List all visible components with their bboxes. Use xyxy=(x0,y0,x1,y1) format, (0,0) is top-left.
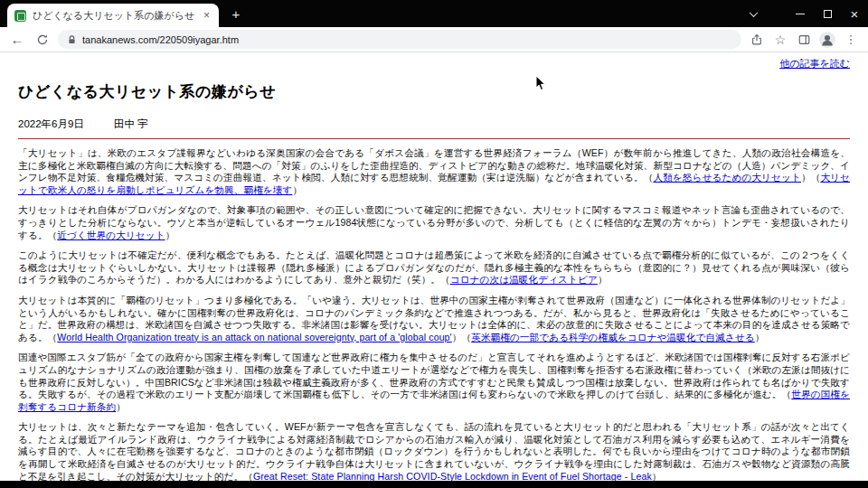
tab-search-chevron-icon[interactable] xyxy=(740,0,767,27)
paragraph-text: ） xyxy=(292,184,302,195)
reload-icon xyxy=(36,33,49,46)
bottom-black-strip xyxy=(0,481,868,488)
maximize-icon xyxy=(824,10,832,18)
article-date: 2022年6月9日 xyxy=(18,118,84,129)
browser-window: ひどくなる大リセット系の嫌がらせ × + × ← tanakanews.com/… xyxy=(0,0,868,488)
page-content: 他の記事を読む ひどくなる大リセット系の嫌がらせ 2022年6月9日 田中 宇 … xyxy=(0,53,868,481)
side-panel-button[interactable] xyxy=(794,30,814,50)
share-button[interactable] xyxy=(747,30,767,50)
url-text: tanakanews.com/220509iyagar.htm xyxy=(82,34,239,45)
tab-favicon-icon xyxy=(14,10,26,22)
article-paragraph: 大リセットは、次々と新たなテーマを追加・包含していく。WEFが新テーマ包含を宣言… xyxy=(18,421,850,481)
article-paragraph: 「大リセット」は、米欧のエスタブ諜報界などいわゆる深奥国家の会合である「ダボス会… xyxy=(18,147,850,196)
article-meta: 2022年6月9日 田中 宇 xyxy=(18,117,850,131)
new-tab-button[interactable]: + xyxy=(228,6,244,23)
paragraph-text: ） xyxy=(165,230,175,240)
avatar xyxy=(819,32,835,48)
side-panel-icon xyxy=(797,33,811,46)
tab-title: ひどくなる大リセット系の嫌がらせ xyxy=(33,9,195,23)
top-link-row: 他の記事を読む xyxy=(18,57,850,70)
article-author: 田中 宇 xyxy=(114,118,148,129)
maximize-button[interactable] xyxy=(814,0,841,27)
paragraph-text: ） xyxy=(598,274,608,285)
share-icon xyxy=(750,33,763,46)
minimize-button[interactable] xyxy=(787,0,814,27)
paragraph-text: ） xyxy=(652,471,662,481)
minimize-icon xyxy=(796,14,805,14)
paragraph-text: 国連や国際エスタブ筋が「全ての政府から国家主権を剥奪して国連など世界政府に権力を… xyxy=(18,352,850,399)
browser-tab[interactable]: ひどくなる大リセット系の嫌がらせ × xyxy=(7,4,219,27)
inline-link[interactable]: 英米覇権の一部である科学の権威をコロナや温暖化で自滅させる xyxy=(471,332,755,343)
toolbar-right-icons: ☆ ⋮ xyxy=(747,30,861,50)
close-icon: × xyxy=(851,7,859,21)
profile-button[interactable] xyxy=(817,30,837,50)
close-window-button[interactable]: × xyxy=(841,0,868,27)
article-body: 「大リセット」は、米欧のエスタブ諜報界などいわゆる深奥国家の会合である「ダボス会… xyxy=(18,147,850,481)
article-paragraph: 国連や国際エスタブ筋が「全ての政府から国家主権を剥奪して国連など世界政府に権力を… xyxy=(18,352,850,413)
inline-link[interactable]: コロナの次は温暖化ディストピア xyxy=(450,274,598,285)
chevron-down-icon xyxy=(749,8,758,17)
back-button[interactable]: ← xyxy=(7,30,27,50)
article-paragraph: このように大リセットは不確定だが、便利な概念でもある。たとえば、温暖化問題とコロ… xyxy=(18,249,850,286)
address-bar[interactable]: tanakanews.com/220509iyagar.htm xyxy=(58,30,741,49)
reload-button[interactable] xyxy=(33,30,52,50)
inline-link[interactable]: World Health Organization treaty is an a… xyxy=(57,332,451,343)
page-title: ひどくなる大リセット系の嫌がらせ xyxy=(18,81,850,102)
tab-close-icon[interactable]: × xyxy=(202,9,212,22)
lock-icon xyxy=(67,34,77,45)
article-paragraph: 大リセットはそれ自体がプロパガンダなので、対象事項の範囲や、その正しい意図につい… xyxy=(18,204,850,241)
window-controls: × xyxy=(740,0,868,27)
inline-link[interactable]: 近づく世界の大リセット xyxy=(57,230,165,240)
paragraph-text: ） xyxy=(116,401,126,412)
paragraph-text: このように大リセットは不確定だが、便利な概念でもある。たとえば、温暖化問題とコロ… xyxy=(18,249,850,285)
inline-link[interactable]: Great Reset: State Planning Harsh COVID-… xyxy=(253,471,652,481)
paragraph-text: ） xyxy=(755,332,765,343)
article-paragraph: 大リセットは本質的に「覇権のリセット」つまり多極化である。「いや違う。大リセット… xyxy=(18,295,850,343)
paragraph-text: ）（ xyxy=(801,172,820,183)
paragraph-text: ）（ xyxy=(452,332,471,343)
bookmark-button[interactable]: ☆ xyxy=(770,30,790,50)
inline-link[interactable]: 人類を怒らせるための大リセット xyxy=(653,172,801,183)
menu-button[interactable]: ⋮ xyxy=(841,30,861,50)
browser-titlebar: ひどくなる大リセット系の嫌がらせ × + × xyxy=(0,0,868,27)
browser-toolbar: ← tanakanews.com/220509iyagar.htm ☆ xyxy=(0,27,868,52)
title-divider xyxy=(18,138,850,139)
read-other-articles-link[interactable]: 他の記事を読む xyxy=(779,58,850,69)
person-icon xyxy=(819,32,835,48)
